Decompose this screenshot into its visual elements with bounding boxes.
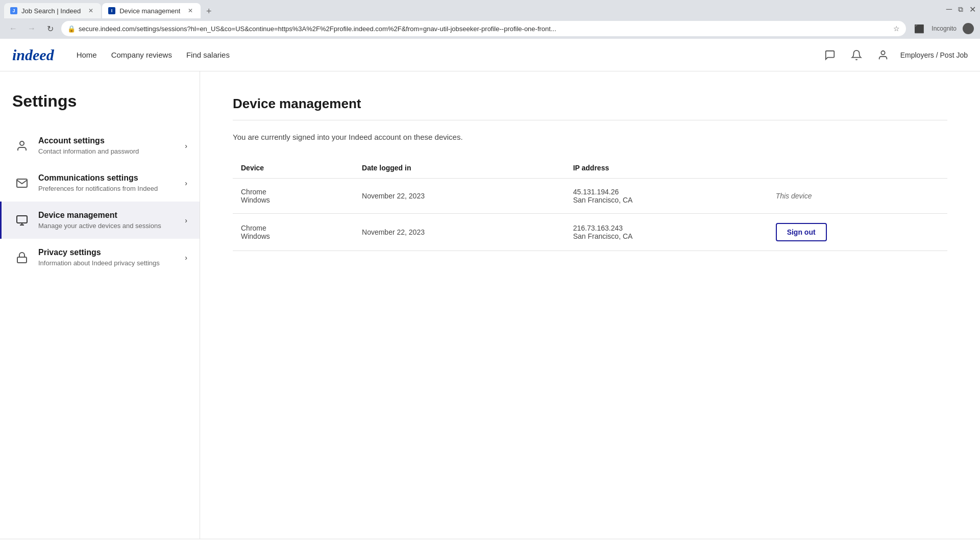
- sign-out-button[interactable]: Sign out: [776, 223, 827, 241]
- browser-tab-2[interactable]: I Device management ✕: [102, 3, 201, 18]
- sidebar-account-text: Account settings Contact information and…: [38, 136, 185, 155]
- browser-chrome: J Job Search | Indeed ✕ I Device managem…: [0, 0, 980, 39]
- reload-button[interactable]: ↻: [43, 21, 57, 36]
- ip-location-2: San Francisco, CA: [573, 232, 760, 240]
- svg-rect-5: [17, 257, 27, 263]
- table-row: Chrome Windows November 22, 2023 45.131.…: [233, 179, 947, 214]
- svg-point-1: [20, 141, 24, 145]
- column-device: Device: [233, 158, 354, 179]
- browser-tabs: J Job Search | Indeed ✕ I Device managem…: [4, 0, 216, 18]
- sidebar-privacy-text: Privacy settings Information about Indee…: [38, 248, 185, 267]
- address-bar[interactable]: 🔒 secure.indeed.com/settings/sessions?hl…: [61, 21, 906, 36]
- browser-tab-1[interactable]: J Job Search | Indeed ✕: [4, 3, 101, 18]
- sidebar-device-text: Device management Manage your active dev…: [38, 211, 185, 230]
- browser-toolbar: ⬛ Incognito: [914, 23, 974, 34]
- content-description: You are currently signed into your Indee…: [233, 133, 947, 141]
- user-account-icon[interactable]: [874, 46, 892, 64]
- sidebar-item-device[interactable]: Device management Manage your active dev…: [0, 202, 200, 239]
- column-date: Date logged in: [354, 158, 565, 179]
- person-icon: [14, 138, 30, 154]
- tab2-favicon: I: [108, 7, 115, 14]
- sidebar-device-desc: Manage your active devices and sessions: [38, 222, 185, 230]
- sidebar-item-communications[interactable]: Communications settings Preferences for …: [0, 164, 200, 202]
- settings-title: Settings: [0, 84, 200, 127]
- device-name-1: Chrome: [241, 188, 346, 196]
- sidebar-account-desc: Contact information and password: [38, 147, 185, 155]
- indeed-logo[interactable]: indeed: [12, 46, 54, 64]
- device-table: Device Date logged in IP address Chrome …: [233, 158, 947, 251]
- tab1-favicon: J: [10, 7, 17, 14]
- employers-link[interactable]: Employers / Post Job: [900, 51, 968, 59]
- monitor-icon: [14, 212, 30, 229]
- bookmark-icon[interactable]: ☆: [893, 24, 900, 33]
- device-cell-1: Chrome Windows: [233, 179, 354, 214]
- column-ip: IP address: [565, 158, 768, 179]
- device-os-2: Windows: [241, 232, 346, 240]
- new-tab-button[interactable]: +: [202, 4, 216, 18]
- lock-icon: 🔒: [67, 25, 76, 33]
- chevron-right-icon: ›: [185, 142, 187, 150]
- ip-location-1: San Francisco, CA: [573, 196, 760, 204]
- date-cell-1: November 22, 2023: [354, 179, 565, 214]
- ip-address-2: 216.73.163.243: [573, 224, 760, 232]
- content-title: Device management: [233, 96, 947, 120]
- action-cell-2: Sign out: [768, 214, 947, 251]
- site-header: indeed Home Company reviews Find salarie…: [0, 39, 980, 71]
- nav-find-salaries[interactable]: Find salaries: [180, 46, 236, 63]
- notifications-icon[interactable]: [847, 46, 866, 64]
- messages-icon[interactable]: [821, 46, 839, 64]
- ip-cell-1: 45.131.194.26 San Francisco, CA: [565, 179, 768, 214]
- chevron-right-icon-4: ›: [185, 254, 187, 262]
- tab1-title: Job Search | Indeed: [21, 7, 81, 15]
- action-cell-1: This device: [768, 179, 947, 214]
- column-action: [768, 158, 947, 179]
- sidebar-privacy-desc: Information about Indeed privacy setting…: [38, 259, 185, 267]
- svg-rect-2: [17, 216, 27, 223]
- user-profile-icon[interactable]: [963, 23, 974, 34]
- sidebar-communications-text: Communications settings Preferences for …: [38, 173, 185, 192]
- header-right: Employers / Post Job: [821, 46, 968, 64]
- svg-point-0: [881, 51, 885, 54]
- chevron-right-icon-2: ›: [185, 179, 187, 187]
- sidebar-item-account[interactable]: Account settings Contact information and…: [0, 127, 200, 164]
- window-controls: ─ ⧉ ✕: [946, 5, 976, 14]
- tab1-close[interactable]: ✕: [87, 7, 95, 15]
- restore-icon[interactable]: ⧉: [958, 5, 963, 14]
- sidebar: Settings Account settings Contact inform…: [0, 71, 200, 539]
- logo-text: indeed: [12, 47, 54, 63]
- minimize-icon[interactable]: ─: [946, 5, 952, 14]
- date-cell-2: November 22, 2023: [354, 214, 565, 251]
- address-bar-url: secure.indeed.com/settings/sessions?hl=e…: [79, 25, 890, 33]
- back-button[interactable]: ←: [6, 21, 20, 36]
- this-device-label: This device: [776, 192, 812, 200]
- main-layout: Settings Account settings Contact inform…: [0, 71, 980, 539]
- forward-button[interactable]: →: [24, 21, 39, 36]
- nav-company-reviews[interactable]: Company reviews: [105, 46, 178, 63]
- envelope-icon: [14, 175, 30, 191]
- ip-address-1: 45.131.194.26: [573, 188, 760, 196]
- close-icon[interactable]: ✕: [969, 5, 976, 14]
- sidebar-communications-desc: Preferences for notifications from Indee…: [38, 185, 185, 192]
- tab2-close[interactable]: ✕: [186, 7, 194, 15]
- nav-home[interactable]: Home: [70, 46, 103, 63]
- sidebar-communications-title: Communications settings: [38, 173, 185, 183]
- browser-addressbar: ← → ↻ 🔒 secure.indeed.com/settings/sessi…: [0, 18, 980, 39]
- lock-icon: [14, 249, 30, 266]
- browser-titlebar: J Job Search | Indeed ✕ I Device managem…: [0, 0, 980, 18]
- cast-icon[interactable]: ⬛: [914, 24, 924, 34]
- sidebar-account-title: Account settings: [38, 136, 185, 145]
- incognito-label: Incognito: [932, 25, 957, 32]
- sidebar-item-privacy[interactable]: Privacy settings Information about Indee…: [0, 239, 200, 276]
- device-cell-2: Chrome Windows: [233, 214, 354, 251]
- site-footer: Hiring Lab Career Advice Browse Jobs Bro…: [0, 539, 980, 551]
- device-os-1: Windows: [241, 196, 346, 204]
- page: indeed Home Company reviews Find salarie…: [0, 39, 980, 551]
- ip-cell-2: 216.73.163.243 San Francisco, CA: [565, 214, 768, 251]
- chevron-right-icon-3: ›: [185, 216, 187, 224]
- main-content: Device management You are currently sign…: [200, 71, 980, 539]
- sidebar-privacy-title: Privacy settings: [38, 248, 185, 257]
- tab2-title: Device management: [119, 7, 180, 15]
- table-row: Chrome Windows November 22, 2023 216.73.…: [233, 214, 947, 251]
- device-name-2: Chrome: [241, 224, 346, 232]
- sidebar-device-title: Device management: [38, 211, 185, 220]
